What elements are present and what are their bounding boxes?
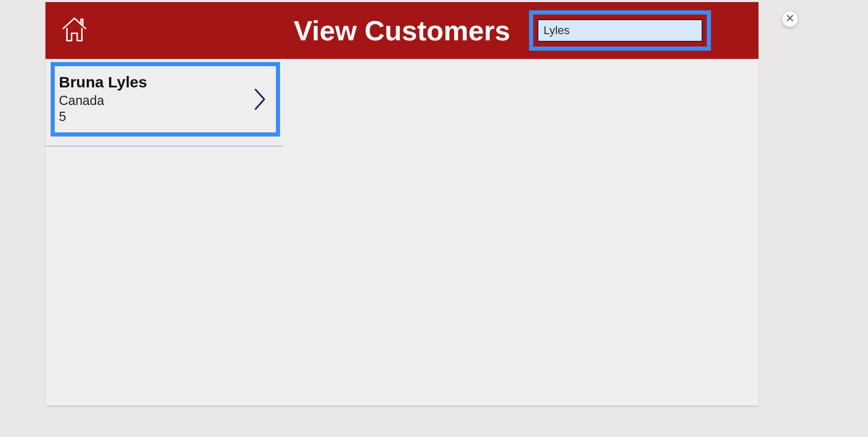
customer-card[interactable]: Bruna Lyles Canada 5 [55,66,276,132]
customer-country: Canada [59,93,267,108]
customer-id: 5 [59,109,267,124]
close-button[interactable] [782,11,798,27]
search-box [537,19,703,42]
header-bar: View Customers [45,2,758,59]
close-icon [786,14,794,24]
app-stage: View Customers Bruna Lyles Canada 5 [0,0,868,437]
search-input[interactable] [538,20,702,41]
list-divider [45,146,283,146]
app-window: View Customers Bruna Lyles Canada 5 [45,2,758,405]
customer-card-highlight: Bruna Lyles Canada 5 [51,62,280,137]
home-icon [59,14,89,47]
search-highlight [529,10,711,51]
home-button[interactable] [54,10,95,51]
customer-list: Bruna Lyles Canada 5 [45,62,283,137]
chevron-right-icon [253,87,267,111]
content-area: Bruna Lyles Canada 5 [45,59,758,405]
customer-name: Bruna Lyles [59,73,267,91]
